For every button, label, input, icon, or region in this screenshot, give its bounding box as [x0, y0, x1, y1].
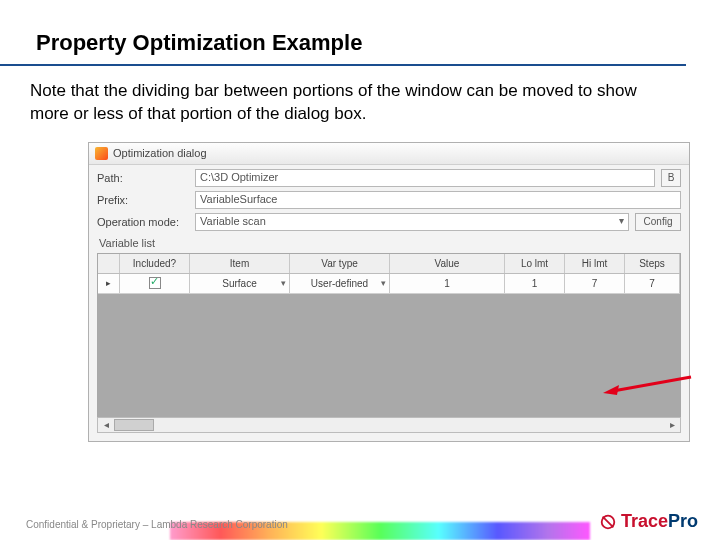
grid-header: Included? Item Var type Value Lo lmt Hi … [98, 254, 680, 274]
scroll-thumb[interactable] [114, 419, 154, 431]
dialog-titlebar: Optimization dialog [89, 143, 689, 165]
horizontal-scrollbar[interactable]: ◂ ▸ [97, 417, 681, 433]
variable-grid: Included? Item Var type Value Lo lmt Hi … [97, 253, 681, 423]
value-cell[interactable]: 1 [390, 274, 505, 293]
browse-button[interactable]: B [661, 169, 681, 187]
scroll-right-icon[interactable]: ▸ [664, 419, 680, 430]
opmode-label: Operation mode: [97, 216, 189, 228]
slide-footer: Confidential & Proprietary – Lambda Rese… [0, 506, 720, 540]
vartype-cell[interactable]: User-defined [290, 274, 390, 293]
opmode-select[interactable]: Variable scan [195, 213, 629, 231]
col-rowhandle [98, 254, 120, 273]
scroll-left-icon[interactable]: ◂ [98, 419, 114, 430]
tracepro-logo: TracePro [593, 509, 704, 534]
prefix-label: Prefix: [97, 194, 189, 206]
dialog-title: Optimization dialog [113, 147, 207, 159]
row-handle[interactable] [98, 274, 120, 293]
col-steps: Steps [625, 254, 680, 273]
logo-mark-icon [599, 513, 617, 531]
app-icon [95, 147, 108, 160]
variable-list-tab[interactable]: Variable list [89, 231, 689, 249]
logo-text: TracePro [621, 511, 698, 532]
included-checkbox[interactable] [120, 274, 190, 293]
table-row[interactable]: Surface User-defined 1 1 7 7 [98, 274, 680, 294]
col-value: Value [390, 254, 505, 273]
config-button[interactable]: Config [635, 213, 681, 231]
col-vartype: Var type [290, 254, 390, 273]
prefix-field[interactable]: VariableSurface [195, 191, 681, 209]
optimization-dialog: Optimization dialog Path: C:\3D Optimize… [88, 142, 690, 442]
col-item: Item [190, 254, 290, 273]
path-label: Path: [97, 172, 189, 184]
col-lolmt: Lo lmt [505, 254, 565, 273]
item-cell[interactable]: Surface [190, 274, 290, 293]
slide-note: Note that the dividing bar between porti… [0, 66, 720, 136]
col-hilmt: Hi lmt [565, 254, 625, 273]
slide-title: Property Optimization Example [0, 0, 686, 66]
steps-cell[interactable]: 7 [625, 274, 680, 293]
col-included: Included? [120, 254, 190, 273]
lolmt-cell[interactable]: 1 [505, 274, 565, 293]
path-field[interactable]: C:\3D Optimizer [195, 169, 655, 187]
confidential-text: Confidential & Proprietary – Lambda Rese… [26, 519, 288, 530]
hilmt-cell[interactable]: 7 [565, 274, 625, 293]
